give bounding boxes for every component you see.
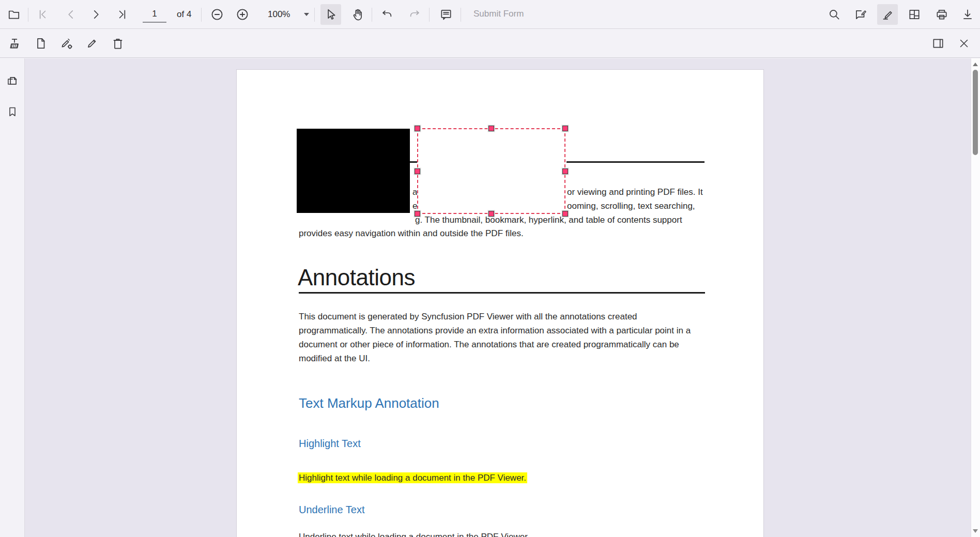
selected-rectangle-annotation[interactable] xyxy=(417,128,565,214)
bookmark-panel-button[interactable] xyxy=(2,101,23,122)
comment-panel-button[interactable] xyxy=(928,33,948,54)
section-heading: Text Markup Annotation xyxy=(299,395,439,411)
scroll-up-icon[interactable] xyxy=(973,63,978,66)
zoom-out-icon xyxy=(210,7,224,22)
redact-text-button[interactable] xyxy=(4,33,25,54)
intro-text-fragment: g. The thumbnail, bookmark, hyperlink, a… xyxy=(415,215,682,225)
thumbnail-panel-button[interactable] xyxy=(2,71,23,91)
pan-tool-button[interactable] xyxy=(347,4,368,25)
toolbar-separator xyxy=(429,8,430,22)
pan-tool-icon xyxy=(351,8,364,21)
redact-page-button[interactable] xyxy=(30,33,51,54)
toolbar-separator xyxy=(28,8,28,22)
annotation-toolbar-icon xyxy=(881,8,894,21)
resize-handle-top-right[interactable] xyxy=(562,126,568,131)
toolbar-separator xyxy=(201,8,202,22)
resize-handle-bottom-left[interactable] xyxy=(415,211,420,217)
page-count-label: of 4 xyxy=(177,9,191,20)
paragraph-line: This document is generated by Syncfusion… xyxy=(299,312,637,322)
undo-button[interactable] xyxy=(377,4,397,25)
intro-text-fragment: or viewing and printing PDF files. It xyxy=(567,187,703,197)
intro-text-fragment: provides easy navigation within and outs… xyxy=(299,228,524,239)
heading-rule xyxy=(299,292,705,294)
delete-annotation-icon xyxy=(111,37,125,50)
zoom-in-button[interactable] xyxy=(232,4,253,25)
underlined-text-line: Underline text while loading a document … xyxy=(299,532,530,537)
submit-form-button[interactable]: Submit Form xyxy=(473,9,524,19)
title-rule-fragment xyxy=(410,161,417,163)
folder-icon xyxy=(7,8,21,21)
redact-page-icon xyxy=(34,37,48,50)
toolbar-separator xyxy=(461,8,461,22)
zoom-level-dropdown[interactable]: 100% xyxy=(265,4,312,25)
ink-annotation-button[interactable] xyxy=(82,33,102,54)
document-heading: Annotations xyxy=(298,265,415,290)
previous-page-icon xyxy=(64,8,78,21)
annotation-toolbar xyxy=(0,29,980,58)
vertical-scrollbar[interactable] xyxy=(971,58,980,537)
resize-handle-top-left[interactable] xyxy=(415,126,420,131)
highlight-annotation[interactable]: Highlight text while loading a document … xyxy=(298,472,527,483)
resize-handle-top-center[interactable] xyxy=(488,126,494,131)
form-fields-button[interactable] xyxy=(904,4,925,25)
open-file-button[interactable] xyxy=(4,4,24,25)
scrollbar-thumb[interactable] xyxy=(973,70,978,155)
comment-panel-icon xyxy=(931,37,945,50)
annotation-settings-icon xyxy=(60,37,73,50)
intro-text-fragment: ooming, scrolling, text searching, xyxy=(567,201,695,211)
select-tool-button[interactable] xyxy=(320,4,341,25)
form-fields-icon xyxy=(908,8,921,21)
select-tool-icon xyxy=(324,8,338,21)
highlight-subheading: Highlight Text xyxy=(299,438,361,450)
first-page-icon xyxy=(36,8,49,21)
redact-text-icon xyxy=(8,37,21,50)
download-button[interactable] xyxy=(957,4,978,25)
pdf-page: a or viewing and printing PDF files. It … xyxy=(236,69,764,537)
main-toolbar: of 4 100% xyxy=(0,0,980,29)
search-icon xyxy=(828,8,841,21)
zoom-level-value: 100% xyxy=(268,9,290,20)
paragraph-line: modified at the UI. xyxy=(299,354,370,364)
comment-edit-button[interactable] xyxy=(850,4,871,25)
print-icon xyxy=(935,8,948,21)
download-icon xyxy=(961,8,974,21)
bookmark-panel-icon xyxy=(6,105,19,118)
resize-handle-middle-left[interactable] xyxy=(415,168,420,174)
comment-edit-icon xyxy=(854,8,867,21)
toolbar-separator xyxy=(372,8,372,22)
paragraph-line: document or other piece of information. … xyxy=(299,340,679,350)
print-button[interactable] xyxy=(931,4,952,25)
document-canvas[interactable]: a or viewing and printing PDF files. It … xyxy=(25,58,971,537)
toolbar-separator xyxy=(314,8,315,22)
zoom-in-icon xyxy=(235,7,250,22)
annotation-toolbar-button[interactable] xyxy=(877,4,898,25)
comment-icon xyxy=(439,8,453,21)
resize-handle-middle-right[interactable] xyxy=(562,168,568,174)
zoom-out-button[interactable] xyxy=(207,4,227,25)
close-icon xyxy=(958,37,970,50)
paragraph-line: programmatically. The annotations provid… xyxy=(299,326,691,336)
page-number-input[interactable] xyxy=(143,6,166,23)
scroll-down-icon[interactable] xyxy=(973,529,978,533)
next-page-icon xyxy=(89,8,103,21)
delete-annotation-button[interactable] xyxy=(108,33,128,54)
redo-icon xyxy=(408,8,421,21)
left-panel xyxy=(0,58,25,537)
thumbnail-panel-icon xyxy=(6,74,19,88)
redaction-rectangle[interactable] xyxy=(297,129,410,213)
underline-subheading: Underline Text xyxy=(299,504,364,516)
previous-page-button[interactable] xyxy=(60,4,81,25)
redo-button[interactable] xyxy=(404,4,425,25)
resize-handle-bottom-center[interactable] xyxy=(488,211,494,217)
search-button[interactable] xyxy=(824,4,845,25)
last-page-button[interactable] xyxy=(112,4,133,25)
annotation-settings-button[interactable] xyxy=(56,33,77,54)
comment-button[interactable] xyxy=(436,4,456,25)
last-page-icon xyxy=(116,8,129,21)
highlighted-text-line: Highlight text while loading a document … xyxy=(298,473,527,483)
next-page-button[interactable] xyxy=(86,4,106,25)
undo-icon xyxy=(380,8,394,21)
first-page-button[interactable] xyxy=(32,4,53,25)
resize-handle-bottom-right[interactable] xyxy=(562,211,568,217)
close-annotation-toolbar-button[interactable] xyxy=(954,33,974,54)
